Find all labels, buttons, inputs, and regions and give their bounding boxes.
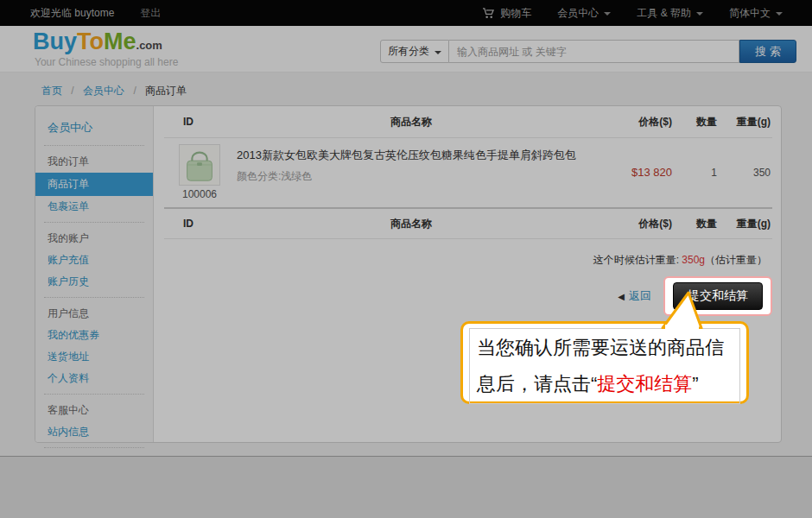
callout-text: 当您确认所需要运送的商品信 息后，请点击“提交和结算” bbox=[469, 328, 740, 404]
callout-line-2: 息后，请点击“提交和结算” bbox=[477, 366, 733, 402]
tutorial-dim-overlay bbox=[0, 0, 812, 518]
callout-tail bbox=[649, 287, 718, 329]
callout-line-1: 当您确认所需要运送的商品信 bbox=[477, 330, 733, 366]
tutorial-callout: 当您确认所需要运送的商品信 息后，请点击“提交和结算” bbox=[460, 321, 749, 404]
callout-highlight-text: 提交和结算 bbox=[597, 373, 692, 395]
